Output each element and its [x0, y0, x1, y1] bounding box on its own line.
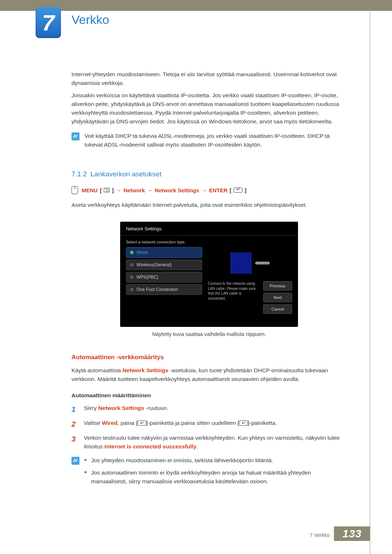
- step-text: ]-painiketta ja paina sitten uudelleen [: [146, 420, 239, 426]
- step-2: 2 Valitse Wired, paina []-painiketta ja …: [72, 419, 347, 430]
- step-text: -ruutuun.: [144, 405, 168, 411]
- device-icon: [230, 253, 252, 274]
- figure-caption: Näytetty kuva saattaa vaihdella mallista…: [120, 331, 298, 337]
- note-bullet-2: Jos automaattinen toiminto ei löydä verk…: [85, 468, 347, 486]
- previous-button[interactable]: Previous: [263, 281, 292, 291]
- radio-dot-icon: [130, 288, 134, 291]
- intro-paragraph-1: Internet-yhteyden muodostamiseen. Tietoj…: [72, 70, 347, 87]
- step-3: 3 Verkon testiruutu tulee näkyviin ja va…: [72, 434, 347, 451]
- option-label: Wired: [136, 250, 148, 255]
- step-text: Valitse: [84, 420, 102, 426]
- radio-dot-icon: [130, 251, 134, 254]
- dialog-help-text: Connect to the network using LAN cable. …: [208, 281, 259, 301]
- option-label: One Foot Connection: [136, 287, 178, 292]
- step-number: 2: [72, 419, 79, 430]
- option-label: WPS(PBC): [136, 275, 158, 280]
- menu-path-network-settings: Network Settings: [155, 187, 199, 193]
- connection-diagram: [208, 249, 292, 278]
- menu-icon: [104, 188, 110, 192]
- note-icon: [72, 132, 79, 140]
- connection-option-wps[interactable]: WPS(PBC): [126, 272, 202, 283]
- cable-icon: [255, 262, 270, 264]
- menu-path-network: Network: [123, 187, 145, 193]
- network-settings-screenshot: Network Settings Select a network connec…: [72, 222, 347, 337]
- chapter-number-badge: 7: [36, 7, 61, 38]
- connection-option-one-foot[interactable]: One Foot Connection: [126, 284, 202, 295]
- menu-path: MENU [] → Network → Network Settings → E…: [72, 186, 347, 194]
- step-text: ]-painiketta.: [248, 420, 277, 426]
- auto-heading: Automaattinen -verkkomääritys: [72, 354, 347, 361]
- step-text: , paina [: [118, 420, 138, 426]
- dialog-subtitle: Select a network connection type.: [120, 235, 298, 247]
- cancel-button[interactable]: Cancel: [263, 304, 292, 314]
- auto-subheading: Automaattinen määrittäminen: [72, 392, 347, 399]
- step-1: 1 Siirry Network Settings -ruutuun.: [72, 404, 347, 415]
- step-text: .: [196, 443, 198, 450]
- connection-option-wired[interactable]: Wired: [126, 247, 202, 258]
- section-number: 7.1.2: [72, 170, 87, 178]
- section-heading: 7.1.2Lankaverkon asetukset: [72, 170, 347, 178]
- section-lead: Aseta verkkoyhteys käyttämään Internet-p…: [72, 201, 347, 209]
- radio-dot-icon: [130, 263, 134, 267]
- section-title: Lankaverkon asetukset: [90, 170, 161, 178]
- step-number: 3: [72, 434, 79, 451]
- auto-body-red: Network Settings: [122, 367, 168, 373]
- note-text: Voit käyttää DHCP:tä tukevia ADSL-modeem…: [85, 132, 347, 149]
- enter-label: ENTER: [209, 187, 228, 193]
- remote-icon: [72, 186, 78, 194]
- enter-icon: [138, 420, 146, 426]
- enter-icon: [234, 188, 242, 193]
- step-text-red: Wired: [102, 420, 118, 426]
- connection-option-wireless-general[interactable]: Wireless(General): [126, 259, 202, 270]
- enter-icon: [239, 420, 248, 426]
- step-text: Siirry: [84, 405, 98, 411]
- auto-body: Käytä automaattisia Network Settings -as…: [72, 366, 347, 383]
- chapter-title: Verkko: [72, 13, 109, 27]
- step-number: 1: [72, 404, 79, 415]
- step-text-red: Internet is connected successfully: [105, 443, 196, 450]
- next-button[interactable]: Next: [263, 293, 292, 302]
- intro-paragraph-2: Joissakin verkoissa on käytettävä staatt…: [72, 91, 347, 126]
- note-icon: [72, 457, 79, 465]
- dialog-title: Network Settings: [120, 222, 298, 235]
- note-bullet-1: Jos yhteyden muodostaminen ei onnistu, t…: [85, 456, 347, 465]
- auto-body-a: Käytä automaattisia: [72, 367, 122, 373]
- step-text-red: Network Settings: [98, 405, 144, 411]
- radio-dot-icon: [130, 275, 134, 279]
- menu-label: MENU: [82, 187, 98, 193]
- right-margin-rule: [370, 0, 370, 554]
- footer-chapter-label: 7 Verkko: [310, 532, 330, 538]
- page-number: 133: [334, 526, 370, 541]
- option-label: Wireless(General): [136, 262, 172, 267]
